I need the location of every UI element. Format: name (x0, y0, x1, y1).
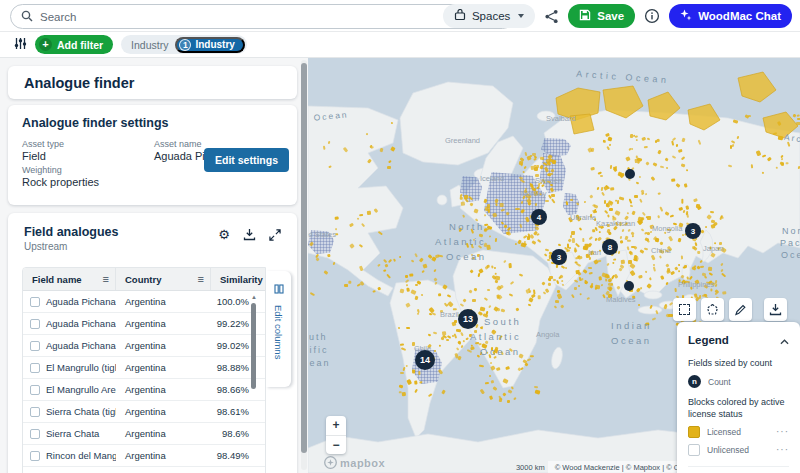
info-icon[interactable] (644, 8, 660, 24)
ellipsis-menu-icon[interactable]: ··· (776, 429, 789, 435)
licensed-block-speckle (751, 164, 754, 168)
ocean-label: Ocean (611, 335, 652, 346)
search-icon (21, 8, 33, 26)
field-marker[interactable] (624, 281, 634, 291)
spaces-icon (454, 9, 466, 23)
map-download-icon[interactable] (764, 298, 787, 321)
row-checkbox[interactable] (30, 407, 40, 417)
map-scale: 3000 km (516, 463, 545, 472)
map-canvas[interactable]: Arctic OceanArctic OceanArcticNorthAtlan… (308, 58, 800, 473)
industry-filter-chip[interactable]: 1 Industry (175, 37, 244, 53)
place-label: Japan (703, 244, 723, 253)
search-input[interactable]: Search (10, 4, 515, 29)
licensed-block-speckle (668, 314, 673, 317)
row-checkbox[interactable] (30, 451, 40, 461)
legend-title: Legend (688, 334, 729, 346)
legend-fields-title: Fields sized by count (688, 358, 789, 369)
panel-scrollbar[interactable] (301, 60, 307, 470)
place-label: Sweden (535, 176, 562, 185)
map-zoom-control: + − (326, 416, 346, 454)
spaces-label: Spaces (472, 10, 510, 22)
field-marker[interactable] (625, 169, 635, 179)
weighting-label: Weighting (22, 165, 154, 175)
cluster-marker[interactable]: 3 (685, 223, 701, 239)
gear-icon[interactable]: ⚙ (218, 227, 230, 242)
cluster-marker[interactable]: 8 (602, 239, 618, 255)
panel-scrollbar-thumb[interactable] (301, 63, 307, 453)
column-menu-icon[interactable]: ≡ (198, 273, 204, 285)
licensed-block-speckle (646, 216, 648, 218)
licensed-block-speckle (336, 233, 339, 235)
country-cell: Argentina (116, 423, 211, 444)
column-menu-icon[interactable]: ≡ (103, 273, 109, 285)
box-select-icon[interactable] (673, 298, 696, 321)
row-checkbox[interactable] (30, 363, 40, 373)
cluster-marker[interactable]: 4 (531, 209, 547, 225)
download-icon[interactable] (243, 228, 256, 241)
share-icon[interactable] (544, 9, 559, 24)
licensed-block-speckle (643, 145, 647, 147)
similarity-score-cell: 100.0% (211, 291, 266, 312)
licensed-block-speckle (644, 193, 646, 195)
cluster-marker[interactable]: 3 (551, 249, 567, 265)
table-row[interactable]: Aguada Pichana (...Argentina99.22% (23, 313, 265, 335)
edit-columns-tab[interactable]: Edit columns (266, 271, 291, 387)
zoom-out-button[interactable]: − (326, 436, 346, 455)
table-scrollbar[interactable]: ▲ (251, 294, 257, 473)
add-filter-button[interactable]: + Add filter (35, 35, 113, 54)
legend-header[interactable]: Legend (688, 331, 789, 349)
similarity-score-cell: 99.22% (211, 313, 266, 334)
place-label: Svalbard (546, 114, 576, 123)
legend-panel: Legend Fields sized by count n Count Blo… (677, 322, 800, 473)
edit-settings-button[interactable]: Edit settings (204, 148, 289, 172)
licensed-block-speckle (493, 267, 495, 269)
filter-sliders-icon[interactable] (14, 36, 27, 54)
licensed-block-speckle (582, 238, 585, 242)
cluster-marker[interactable]: 13 (458, 309, 478, 329)
table-scrollbar-thumb[interactable] (251, 303, 256, 389)
country-cell: Argentina (116, 401, 211, 422)
expand-icon[interactable] (269, 229, 281, 241)
ellipsis-menu-icon[interactable]: ··· (776, 447, 789, 453)
zoom-in-button[interactable]: + (326, 416, 346, 436)
table-row[interactable]: Aguada Pichana ...Argentina99.02% (23, 335, 265, 357)
content-area: Analogue finder Analogue finder settings… (0, 58, 800, 473)
page-title: Analogue finder (24, 75, 134, 91)
ocean-label: Pacific (780, 238, 800, 248)
row-checkbox[interactable] (30, 319, 40, 329)
licensed-block-speckle (359, 214, 363, 216)
table-row[interactable]: Sierra Chata (tight)Argentina98.61% (23, 401, 265, 423)
ocean-label: Ocean (781, 250, 800, 260)
ocean-label: Ocean (446, 251, 487, 262)
scroll-up-arrow[interactable]: ▲ (251, 294, 257, 300)
settings-title: Analogue finder settings (22, 116, 283, 130)
table-row[interactable]: Sierra ChataArgentina98.6% (23, 423, 265, 445)
spaces-button[interactable]: Spaces (443, 4, 535, 28)
asset-type-label: Asset type (22, 139, 154, 149)
row-checkbox[interactable] (30, 429, 40, 439)
row-checkbox[interactable] (30, 297, 40, 307)
table-row[interactable]: Aguada PichanaArgentina98.47% (23, 467, 265, 473)
field-name-cell: El Mangrullo (tight) (23, 357, 116, 378)
polygon-select-icon[interactable] (701, 298, 724, 321)
save-button[interactable]: Save (568, 4, 635, 28)
licensed-block-speckle (585, 280, 587, 284)
draw-pencil-icon[interactable] (729, 298, 752, 321)
table-row[interactable]: El Mangrullo (tight)Argentina98.88% (23, 357, 265, 379)
row-checkbox[interactable] (30, 385, 40, 395)
table-row[interactable]: El Mangrullo AreaArgentina98.66% (23, 379, 265, 401)
licensed-block-speckle (402, 392, 406, 396)
sparkle-icon (680, 9, 692, 23)
licensed-block-speckle (387, 166, 391, 170)
top-bar: Search Spaces Save (0, 0, 800, 32)
licensed-block-speckle (748, 115, 751, 117)
cluster-marker[interactable]: 14 (415, 350, 435, 370)
similarity-score-cell: 98.88% (211, 357, 266, 378)
woodmac-chat-button[interactable]: WoodMac Chat (669, 4, 792, 28)
row-checkbox[interactable] (30, 341, 40, 351)
licensed-block-speckle (588, 267, 592, 269)
licensed-block-speckle (416, 309, 419, 314)
table-row[interactable]: Rincon del Mangr...Argentina98.49% (23, 445, 265, 467)
legend-layers-row[interactable]: Layers (688, 466, 789, 473)
table-row[interactable]: Aguada Pichana (...Argentina100.0% (23, 291, 265, 313)
